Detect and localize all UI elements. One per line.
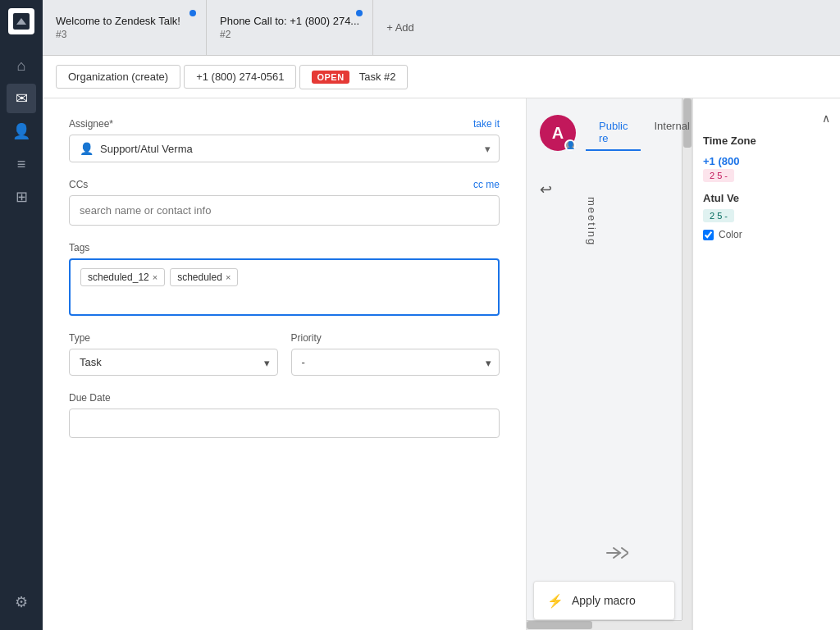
color-checkbox-row: Color	[703, 229, 830, 240]
task-label: Task #2	[359, 71, 396, 83]
tab-internal[interactable]: Internal	[641, 115, 692, 151]
ccs-label-row: CCs cc me	[69, 179, 500, 190]
macro-label: Apply macro	[572, 594, 636, 607]
timezone-title: Time Zone	[703, 135, 830, 147]
tag-chip-scheduled12: scheduled_12 ×	[80, 268, 165, 286]
grid-icon[interactable]: ⊞	[7, 182, 36, 212]
tag-chip-scheduled: scheduled ×	[170, 268, 238, 286]
type-priority-row: Type Task Question Incident Problem Prio…	[69, 332, 500, 376]
sidebar-logo	[8, 8, 34, 34]
phone-number-1[interactable]: +1 (800	[703, 155, 830, 167]
sidebar: ⌂ ✉ 👤 ≡ ⊞ ⚙	[0, 0, 43, 630]
assignee-value: Support/Atul Verma	[100, 143, 193, 155]
assignee-select[interactable]: 👤 Support/Atul Verma ▾	[69, 135, 500, 162]
assignee-label-row: Assignee* take it	[69, 118, 500, 130]
color-label: Color	[719, 229, 742, 240]
tags-label-row: Tags	[69, 242, 500, 253]
add-tab-button[interactable]: + Add	[373, 0, 427, 55]
open-badge: OPEN	[312, 71, 349, 84]
breadcrumb-task[interactable]: OPEN Task #2	[299, 65, 408, 89]
breadcrumb-org[interactable]: Organization (create)	[56, 65, 180, 89]
cc-me-link[interactable]: cc me	[473, 179, 500, 190]
collapse-button[interactable]: ∧	[822, 112, 830, 125]
chat-content: A 👤 Public re Internal	[527, 98, 692, 630]
redirect-icon[interactable]	[605, 544, 628, 564]
meeting-text: meeting	[586, 197, 598, 246]
tab-welcome-title: Welcome to Zendesk Talk!	[56, 15, 193, 27]
phone-badge-1: 2 5 -	[703, 169, 734, 182]
avatar-wrapper: A 👤	[540, 115, 576, 151]
avatar-status-icon: 👤	[564, 139, 576, 151]
macro-bolt-icon: ⚡	[547, 593, 564, 609]
tags-field[interactable]: scheduled_12 × scheduled ×	[69, 258, 500, 316]
chat-tabs: Public re Internal	[586, 115, 692, 151]
tab-phonecall-title: Phone Call to: +1 (800) 274...	[220, 15, 359, 27]
phone-sub-1: 2 5 -	[703, 167, 830, 182]
right-panel-header: ∧	[703, 112, 830, 125]
tags-label: Tags	[69, 242, 89, 253]
tab-phonecall-subtitle: #2	[220, 29, 359, 40]
chat-panel: A 👤 Public re Internal	[527, 98, 692, 630]
settings-icon[interactable]: ⚙	[7, 587, 36, 617]
priority-select[interactable]: - Low Normal High Urgent	[291, 349, 500, 376]
reply-icon[interactable]: ↩	[540, 180, 552, 199]
tag-remove-scheduled[interactable]: ×	[226, 272, 231, 282]
tag-value-scheduled12: scheduled_12	[88, 272, 149, 283]
chat-right-content: Public re Internal	[586, 115, 692, 161]
tab-bar: Welcome to Zendesk Talk! #3 Phone Call t…	[43, 0, 840, 56]
main-content: Assignee* take it 👤 Support/Atul Verma ▾…	[43, 98, 840, 630]
person-name: Atul Ve	[703, 192, 830, 204]
tab-phonecall[interactable]: Phone Call to: +1 (800) 274... #2	[207, 0, 373, 55]
reports-icon[interactable]: ≡	[7, 149, 36, 179]
type-label: Type	[69, 332, 278, 344]
chat-header-row: A 👤 Public re Internal	[540, 115, 675, 161]
breadcrumb-phone[interactable]: +1 (800) 274-0561	[184, 65, 296, 89]
take-it-link[interactable]: take it	[473, 118, 500, 130]
assignee-label: Assignee*	[69, 118, 113, 130]
ccs-input[interactable]	[69, 195, 500, 226]
color-checkbox[interactable]	[703, 230, 714, 240]
tag-remove-scheduled12[interactable]: ×	[153, 272, 158, 282]
person-badge: 2 5 -	[703, 209, 734, 222]
tab-phonecall-dot	[356, 10, 363, 16]
breadcrumb: Organization (create) +1 (800) 274-0561 …	[43, 56, 840, 98]
reply-row: ↩	[540, 174, 675, 199]
tab-welcome[interactable]: Welcome to Zendesk Talk! #3	[43, 0, 207, 55]
form-panel: Assignee* take it 👤 Support/Atul Verma ▾…	[43, 98, 527, 630]
due-date-field[interactable]	[69, 409, 500, 438]
due-date-label: Due Date	[69, 392, 500, 404]
person-badge-wrap: 2 5 -	[703, 208, 830, 222]
tag-value-scheduled: scheduled	[177, 272, 222, 283]
priority-col: Priority - Low Normal High Urgent	[291, 332, 500, 376]
right-panel: ∧ Time Zone +1 (800 2 5 - Atul Ve 2 5 - …	[692, 98, 840, 630]
ticket-icon[interactable]: ✉	[7, 84, 36, 113]
apply-macro-bar[interactable]: ⚡ Apply macro	[533, 581, 675, 620]
type-select-wrap: Task Question Incident Problem	[69, 349, 278, 376]
users-icon[interactable]: 👤	[7, 116, 36, 146]
type-select[interactable]: Task Question Incident Problem	[69, 349, 278, 376]
tab-welcome-subtitle: #3	[56, 29, 193, 40]
type-col: Type Task Question Incident Problem	[69, 332, 278, 376]
assignee-arrow-icon: ▾	[485, 143, 491, 155]
home-icon[interactable]: ⌂	[7, 51, 36, 80]
ccs-label: CCs	[69, 179, 88, 190]
assignee-select-wrapper: 👤 Support/Atul Verma ▾	[69, 135, 500, 162]
tab-public-reply[interactable]: Public re	[586, 115, 641, 151]
priority-select-wrap: - Low Normal High Urgent	[291, 349, 500, 376]
person-icon: 👤	[80, 142, 94, 155]
phone-entry-1: +1 (800 2 5 -	[703, 155, 830, 182]
tab-welcome-dot	[189, 10, 196, 16]
priority-label: Priority	[291, 332, 500, 344]
